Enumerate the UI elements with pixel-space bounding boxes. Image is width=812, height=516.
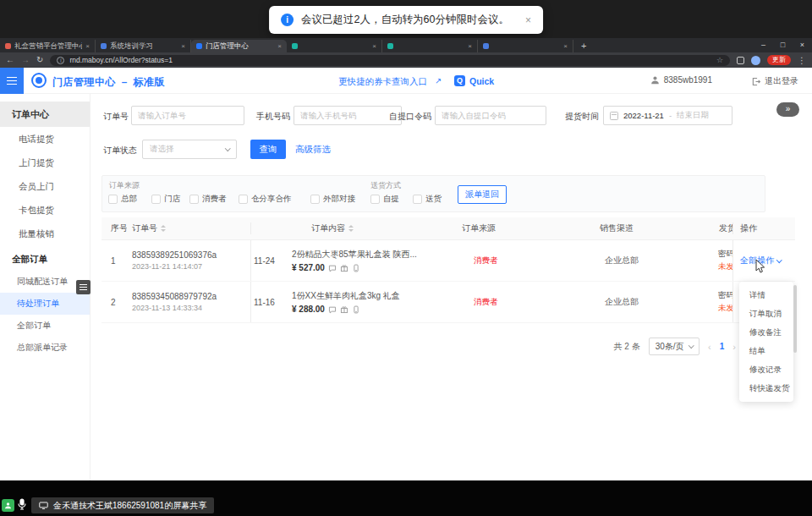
sidebar-item-door-pickup[interactable]: 上门提货 [0,151,90,174]
pickup-code-input[interactable] [435,106,546,125]
phone-input[interactable] [294,106,402,125]
dispatch-return-button[interactable]: 派单退回 [458,185,507,204]
toast-close-icon[interactable]: × [525,14,531,26]
reload-icon[interactable]: ↻ [36,52,43,68]
order-id: 83859345088979792a [132,292,250,301]
floating-menu-icon[interactable] [76,280,91,294]
url-text: rnd.maboy.cn/AllOrder?status=1 [69,56,711,64]
table-header-row: 序号 订单号 订单内容 订单来源 销售渠道 发货 操作 [102,217,795,240]
browser-tab-4[interactable]: × [287,40,382,52]
collapse-panel-button[interactable]: » [776,102,799,117]
checkbox-external[interactable]: 外部对接 [310,194,355,205]
browser-tab-6[interactable]: × [478,40,573,52]
table-row: 2 83859345088979792a 2023-11-13 14:33:34… [102,282,795,323]
checkbox-icon[interactable] [151,195,161,204]
browser-tab-2[interactable]: 系统培训学习 × [96,40,191,52]
window-minimize-button[interactable]: – [754,38,773,52]
logout-button[interactable]: 退出登录 [751,75,798,87]
url-box[interactable]: i rnd.maboy.cn/AllOrder?status=1 ☆ [50,55,730,66]
checkbox-icon[interactable] [239,195,248,204]
checkbox-icon[interactable] [413,195,422,204]
checkbox-delivery[interactable]: 送货 [413,194,442,205]
window-close-button[interactable]: × [793,38,812,52]
new-tab-button[interactable]: + [573,40,594,52]
sidebar-item-card-pickup[interactable]: 卡包提货 [0,198,90,222]
tab-close-icon[interactable]: × [85,42,90,50]
checkbox-store[interactable]: 门店 [151,194,180,205]
order-created-time: 2023-11-21 14:14:07 [132,262,250,271]
checkbox-consumer[interactable]: 消费者 [189,194,227,205]
checkbox-icon[interactable] [370,195,380,204]
table-row: 1 83859389251069376a 2023-11-21 14:14:07… [102,240,795,282]
coupon-query-link[interactable]: 更快捷的券卡查询入口 [338,76,427,88]
menu-item-edit-history[interactable]: 修改记录 [739,360,793,379]
bookmark-star-icon[interactable]: ☆ [716,56,723,64]
all-actions-dropdown-trigger[interactable]: 全部操作 [740,255,795,266]
user-account[interactable]: 8385wb1991 [650,75,712,85]
header-no: 序号 [102,222,127,234]
browser-menu-icon[interactable]: ⋮ [798,56,806,65]
phone-icon [352,305,360,314]
sidebar-item-batch-verify[interactable]: 批量核销 [0,222,90,245]
browser-update-button[interactable]: 更新 [767,55,791,65]
sidebar-item-phone-pickup[interactable]: 电话提货 [0,127,90,151]
header-content[interactable]: 订单内容 [288,222,448,234]
advanced-filter-link[interactable]: 高级筛选 [295,144,331,156]
search-button[interactable]: 查询 [250,140,286,159]
screen: i 会议已超过2人，自动转为60分钟限时会议。 × 礼盒营销平台管理中心 × 系… [0,0,812,516]
order-status-placeholder: 请选择 [150,144,174,155]
browser-profile-avatar[interactable] [751,56,760,65]
hamburger-menu-icon[interactable] [0,68,24,94]
chevron-down-icon [776,257,782,262]
order-price: ¥ 288.00 [292,305,325,314]
sidebar-group-all-orders[interactable]: 全部订单 [0,247,90,271]
scrollbar-thumb[interactable] [793,285,797,353]
extensions-icon[interactable] [737,57,744,64]
tab-close-icon[interactable]: × [468,42,472,50]
microphone-icon[interactable] [18,498,26,514]
browser-tab-5[interactable]: × [382,40,478,52]
tab-close-icon[interactable]: × [372,42,376,50]
checkbox-warehouse-share[interactable]: 仓分享合作 [239,194,292,205]
window-maximize-button[interactable]: □ [773,38,793,52]
browser-tab-1[interactable]: 礼盒营销平台管理中心 × [0,40,96,52]
page-size-select[interactable]: 30条/页 [649,338,700,355]
sidebar-section-order-center[interactable]: 订单中心 [0,102,90,127]
menu-item-settle[interactable]: 结单 [739,342,793,360]
menu-item-cancel-order[interactable]: 订单取消 [739,305,793,323]
checkbox-self-pickup[interactable]: 自提 [370,194,399,205]
tab-close-icon[interactable]: × [277,42,282,50]
next-page-button[interactable]: › [732,342,736,352]
order-status-select[interactable]: 请选择 [142,140,237,159]
sidebar-item-hq-dispatch-records[interactable]: 总部派单记录 [0,337,90,359]
quick-link[interactable]: Quick [469,76,494,86]
menu-item-details[interactable]: 详情 [739,286,793,305]
gift-icon [340,264,348,272]
checkbox-icon[interactable] [108,195,118,204]
date-start-value: 2022-11-21 [623,111,664,120]
current-page[interactable]: 1 [720,342,725,351]
order-no-input[interactable] [131,106,244,125]
checkbox-hq[interactable]: 总部 [108,194,137,205]
quick-icon[interactable]: Q [454,75,465,86]
presenter-avatar-icon [2,499,14,512]
back-icon[interactable]: ← [6,52,14,68]
tab-close-icon[interactable]: × [563,42,568,50]
site-info-icon[interactable]: i [57,57,64,64]
menu-item-express-ship[interactable]: 转快递发货 [739,379,793,398]
checkbox-icon[interactable] [310,195,320,204]
sidebar-item-all-orders[interactable]: 全部订单 [0,315,90,337]
sidebar-item-pending-orders[interactable]: 待处理订单 [0,293,90,315]
header-order-no[interactable]: 订单号 [127,222,251,234]
checkbox-icon[interactable] [189,195,199,204]
sidebar-item-member-visit[interactable]: 会员上门 [0,174,90,198]
sort-icon[interactable] [161,225,166,232]
menu-item-edit-note[interactable]: 修改备注 [739,323,793,342]
sort-icon[interactable] [348,225,354,232]
forward-icon[interactable]: → [21,52,30,68]
browser-tab-3-active[interactable]: 门店管理中心 × [191,40,287,52]
date-range-picker[interactable]: 2022-11-21 - 结束日期 [603,106,732,125]
chevron-down-icon [225,145,230,151]
prev-page-button[interactable]: ‹ [708,342,711,352]
tab-close-icon[interactable]: × [181,42,185,50]
